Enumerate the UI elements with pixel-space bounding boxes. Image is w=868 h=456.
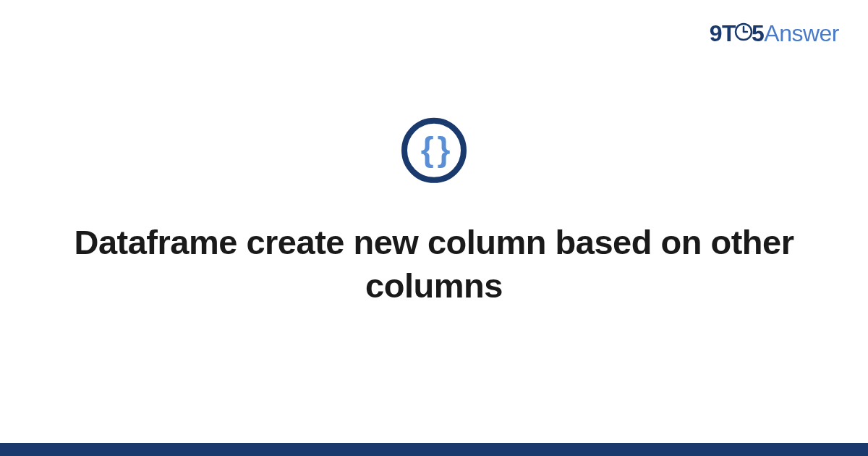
category-icon-circle: { }: [401, 118, 467, 183]
logo-nine: 9: [710, 20, 722, 46]
site-logo: 9T5Answer: [710, 20, 839, 48]
braces-icon: { }: [421, 132, 448, 166]
clock-icon: [734, 20, 753, 47]
footer-bar: [0, 443, 868, 456]
logo-five: 5: [752, 20, 764, 46]
page-title: Dataframe create new column based on oth…: [0, 221, 868, 308]
logo-answer: Answer: [764, 20, 839, 46]
main-content: { } Dataframe create new column based on…: [0, 118, 868, 308]
